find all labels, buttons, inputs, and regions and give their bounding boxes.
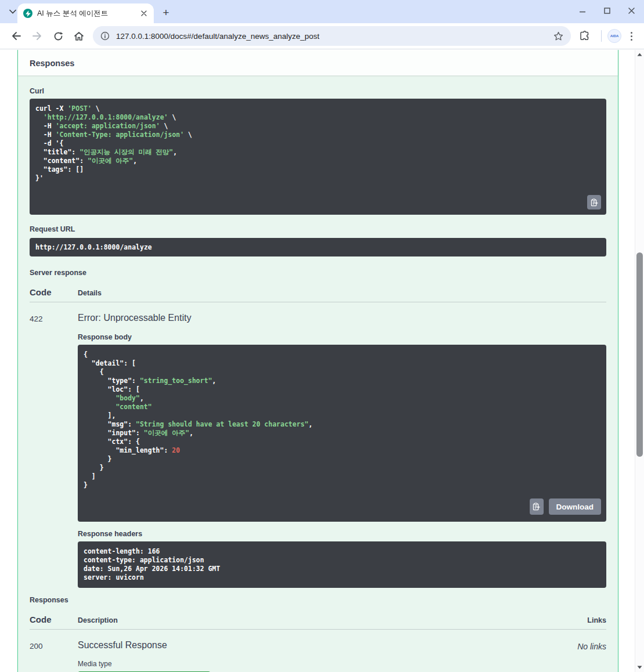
browser-tab[interactable]: AI 뉴스 분석 에이전트 — [17, 3, 154, 23]
minimize-button[interactable] — [574, 2, 591, 19]
request-url-value: http://127.0.0.1:8000/analyze — [30, 238, 606, 256]
browser-window: AI 뉴스 분석 에이전트 + — [0, 0, 644, 672]
responses-section-title: Responses — [30, 59, 606, 68]
toolbar-divider — [601, 30, 602, 42]
no-links-text: No links — [537, 640, 606, 672]
close-window-button[interactable] — [623, 2, 639, 19]
forward-button[interactable] — [29, 28, 45, 44]
browser-toolbar: 127.0.0.1:8000/docs#/default/analyze_new… — [0, 23, 644, 49]
tab-close-icon[interactable] — [139, 8, 149, 19]
new-tab-button[interactable]: + — [158, 5, 173, 20]
extensions-icon[interactable] — [577, 28, 593, 44]
media-type-label: Media type — [78, 660, 537, 668]
responses-doc-label: Responses — [30, 596, 606, 604]
tab-strip: AI 뉴스 분석 에이전트 + — [0, 0, 644, 23]
profile-avatar[interactable]: AIDA — [607, 29, 621, 43]
curl-command-block[interactable]: curl -X 'POST' \ 'http://127.0.0.1:8000/… — [30, 99, 606, 215]
back-button[interactable] — [8, 28, 24, 44]
copy-response-icon[interactable] — [530, 498, 544, 515]
reload-button[interactable] — [50, 28, 66, 44]
responses-table-header: Code Description Links — [30, 615, 606, 630]
home-button[interactable] — [71, 28, 87, 44]
scrollbar-thumb[interactable] — [636, 252, 643, 457]
url-text[interactable]: 127.0.0.1:8000/docs#/default/analyze_new… — [116, 32, 551, 41]
maximize-button[interactable] — [599, 2, 615, 19]
response-200-row: 200 Successful Response Media type appli… — [30, 640, 606, 672]
details-column-header: Details — [78, 289, 606, 297]
fastapi-favicon-icon — [23, 9, 32, 18]
server-response-row: 422 Error: Unprocessable Entity Response… — [30, 313, 606, 588]
links-column-header: Links — [537, 616, 606, 624]
toolbar-right: AIDA — [574, 28, 638, 44]
code-column-header: Code — [30, 615, 78, 624]
tab-title: AI 뉴스 분석 에이전트 — [37, 9, 139, 19]
code-column-header: Code — [30, 287, 78, 297]
status-code-200: 200 — [30, 640, 78, 672]
page-info-icon[interactable] — [99, 30, 111, 42]
status-text-200: Successful Response — [78, 640, 537, 651]
response-headers-label: Response headers — [78, 530, 606, 538]
vertical-scrollbar[interactable] — [635, 50, 644, 672]
response-body-label: Response body — [78, 333, 606, 341]
opblock-analyze-post: Responses Curl curl -X 'POST' \ 'http://… — [17, 50, 618, 672]
window-controls — [574, 0, 639, 21]
response-headers-block: content-length: 166content-type: applica… — [78, 541, 606, 588]
download-button[interactable]: Download — [549, 498, 602, 515]
address-bar[interactable]: 127.0.0.1:8000/docs#/default/analyze_new… — [93, 26, 571, 46]
copy-curl-icon[interactable] — [587, 195, 601, 209]
scroll-down-arrow-icon[interactable] — [635, 663, 644, 672]
menu-kebab-icon[interactable] — [627, 28, 636, 44]
status-code-422: 422 — [30, 313, 78, 588]
description-column-header: Description — [78, 616, 537, 624]
status-text-422: Error: Unprocessable Entity — [78, 313, 606, 323]
server-response-table-header: Code Details — [30, 287, 606, 302]
bookmark-star-icon[interactable] — [551, 29, 565, 43]
page-content: Responses Curl curl -X 'POST' \ 'http://… — [0, 50, 635, 672]
response-body-block[interactable]: { "detail": [ { "type": "string_too_shor… — [78, 345, 606, 522]
server-response-label: Server response — [30, 269, 606, 277]
responses-section-header: Responses — [18, 50, 618, 75]
request-url-label: Request URL — [30, 225, 606, 233]
scroll-up-arrow-icon[interactable] — [635, 50, 644, 59]
curl-label: Curl — [30, 87, 606, 95]
